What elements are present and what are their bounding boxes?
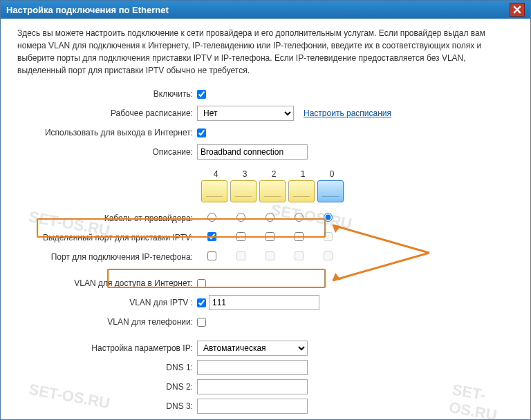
form: Включить: Рабочее расписание: Нет Настро… — [17, 85, 514, 420]
port-4[interactable] — [201, 180, 227, 202]
phone-port-2 — [266, 251, 274, 260]
phone-port-1 — [295, 251, 304, 260]
port-num: 4 — [201, 169, 230, 179]
port-num: 3 — [230, 169, 259, 179]
enable-checkbox[interactable] — [197, 90, 206, 99]
dns1-input[interactable] — [197, 360, 308, 375]
label-dns1: DNS 1: — [17, 363, 197, 372]
label-description: Описание: — [17, 147, 197, 157]
close-icon — [513, 6, 521, 14]
port-numbers: 4 3 2 1 0 — [201, 169, 514, 179]
phone-port-0 — [324, 251, 333, 260]
ip-params-select[interactable]: Автоматическая — [197, 341, 308, 356]
phone-port-3 — [236, 251, 245, 260]
window-title: Настройка подключения по Ethernet — [6, 5, 169, 15]
cable-radio-3[interactable] — [236, 213, 245, 222]
vlan-internet-checkbox[interactable] — [197, 279, 206, 288]
cable-radio-0[interactable] — [324, 213, 333, 222]
vlan-phone-checkbox[interactable] — [197, 318, 206, 327]
label-schedule: Рабочее расписание: — [17, 108, 197, 118]
iptv-port-2[interactable] — [266, 232, 274, 241]
port-diagram — [201, 180, 514, 202]
port-1[interactable] — [288, 180, 315, 202]
port-3[interactable] — [230, 180, 257, 202]
label-iptv-port: Выделенный порт для приставки IPTV: — [17, 233, 197, 242]
port-num: 1 — [288, 169, 317, 179]
label-phone-port: Порт для подключения IP-телефона: — [17, 252, 197, 262]
port-2[interactable] — [259, 180, 286, 202]
label-dns3: DNS 3: — [17, 401, 197, 411]
description-input[interactable] — [197, 144, 308, 160]
port-0[interactable] — [317, 180, 344, 202]
dialog-body: Здесь вы можете настроить подключение к … — [1, 19, 530, 420]
label-cable: Кабель от провайдера: — [17, 213, 197, 223]
dns3-input[interactable] — [197, 399, 308, 414]
cable-radio-4[interactable] — [207, 213, 216, 222]
schedule-link[interactable]: Настроить расписания — [304, 108, 391, 118]
port-num: 2 — [259, 169, 288, 179]
vlan-iptv-checkbox[interactable] — [197, 298, 206, 307]
cable-radio-2[interactable] — [266, 213, 274, 222]
iptv-port-1[interactable] — [295, 232, 304, 241]
iptv-port-0 — [324, 232, 333, 241]
label-vlan-iptv: VLAN для IPTV : — [17, 298, 197, 307]
label-enable: Включить: — [17, 89, 197, 99]
iptv-port-3[interactable] — [236, 232, 245, 241]
label-use-internet: Использовать для выхода в Интернет: — [17, 128, 197, 137]
label-vlan-phone: VLAN для телефонии: — [17, 317, 197, 327]
intro-text: Здесь вы можете настроить подключение к … — [17, 27, 514, 77]
iptv-port-4[interactable] — [207, 232, 216, 241]
use-internet-checkbox[interactable] — [197, 128, 206, 137]
titlebar: Настройка подключения по Ethernet — [1, 1, 530, 19]
dns2-input[interactable] — [197, 379, 308, 394]
vlan-iptv-input[interactable] — [209, 295, 319, 310]
schedule-select[interactable]: Нет — [197, 106, 294, 121]
phone-port-4[interactable] — [207, 251, 216, 260]
label-dns2: DNS 2: — [17, 382, 197, 392]
dialog-window: Настройка подключения по Ethernet Здесь … — [0, 0, 531, 420]
port-num: 0 — [317, 169, 346, 179]
close-button[interactable] — [510, 3, 525, 17]
label-vlan-internet: VLAN для доступа в Интернет: — [17, 278, 197, 288]
label-ip-params: Настройка параметров IP: — [17, 343, 197, 353]
cable-radio-1[interactable] — [295, 213, 304, 222]
